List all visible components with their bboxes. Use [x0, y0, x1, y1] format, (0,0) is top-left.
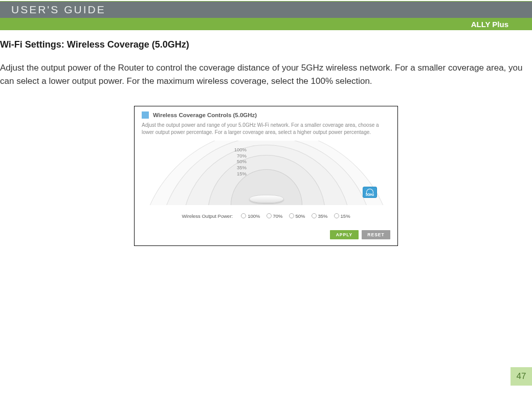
radio-15[interactable]: 15%	[334, 213, 350, 219]
radio-50[interactable]: 50%	[289, 213, 305, 219]
coverage-graphic: 100% 70% 50% 35% 15% 5GHz	[142, 141, 391, 205]
page-number: 47	[511, 367, 532, 386]
panel-wrap: Wireless Coverage Controls (5.0GHz) Adju…	[0, 106, 532, 246]
header-green-strip: ALLY Plus	[0, 18, 532, 30]
page-content: Wi-Fi Settings: Wireless Coverage (5.0GH…	[0, 30, 532, 246]
coverage-panel: Wireless Coverage Controls (5.0GHz) Adju…	[134, 106, 398, 246]
radio-dot-icon	[334, 213, 339, 218]
radio-70-label: 70%	[273, 213, 283, 219]
section-intro: Adjust the output power of the Router to…	[0, 61, 532, 88]
radio-70[interactable]: 70%	[267, 213, 283, 219]
radio-dot-icon	[312, 213, 317, 218]
radio-100[interactable]: 100%	[241, 213, 260, 219]
product-name: ALLY Plus	[471, 20, 508, 29]
panel-description: Adjust the output power and range of you…	[142, 122, 390, 137]
panel-header: Wireless Coverage Controls (5.0GHz)	[142, 111, 390, 119]
radio-50-label: 50%	[296, 213, 305, 219]
coverage-label-70: 70%	[221, 153, 247, 159]
radio-dot-icon	[289, 213, 294, 218]
header-dark-strip: USER'S GUIDE	[0, 2, 532, 18]
radio-dot-icon	[241, 213, 246, 218]
panel-bullet-icon	[142, 111, 149, 119]
reset-button[interactable]: RESET	[362, 230, 390, 239]
coverage-label-15: 15%	[221, 171, 247, 177]
five-ghz-badge-text: 5GHz	[366, 193, 374, 196]
radio-15-label: 15%	[341, 213, 350, 219]
coverage-labels: 100% 70% 50% 35% 15%	[221, 147, 247, 177]
output-power-radio-group: Wireless Output Power: 100% 70% 50% 35% …	[142, 213, 390, 219]
radio-dot-icon	[267, 213, 272, 218]
router-icon	[249, 195, 284, 203]
apply-button[interactable]: APPLY	[330, 230, 359, 239]
five-ghz-badge-icon: 5GHz	[363, 187, 377, 198]
page-header: USER'S GUIDE ALLY Plus	[0, 0, 532, 30]
radio-100-label: 100%	[248, 213, 260, 219]
guide-label: USER'S GUIDE	[11, 4, 106, 16]
coverage-label-50: 50%	[221, 159, 247, 165]
coverage-label-35: 35%	[221, 165, 247, 171]
radio-35[interactable]: 35%	[312, 213, 328, 219]
output-power-label: Wireless Output Power:	[182, 213, 233, 219]
coverage-label-100: 100%	[221, 147, 247, 153]
panel-title: Wireless Coverage Controls (5.0GHz)	[153, 112, 257, 118]
radio-35-label: 35%	[318, 213, 328, 219]
section-title: Wi-Fi Settings: Wireless Coverage (5.0GH…	[0, 39, 532, 50]
panel-actions: APPLY RESET	[142, 230, 390, 239]
